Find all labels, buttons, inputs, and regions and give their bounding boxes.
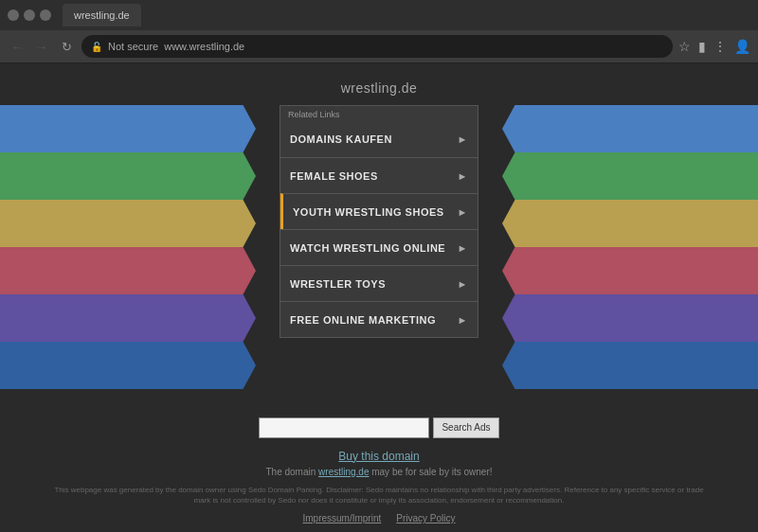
impressum-link[interactable]: Impressum/Imprint bbox=[302, 513, 381, 523]
ribbon-body bbox=[0, 247, 256, 294]
menu-arrow-icon: ► bbox=[458, 170, 468, 182]
lock-icon: 🔓 bbox=[91, 42, 102, 52]
footer-links: Impressum/Imprint Privacy Policy bbox=[302, 513, 455, 523]
ribbon-body bbox=[0, 342, 256, 389]
minimize-button[interactable] bbox=[24, 9, 35, 21]
tab-bar: wrestling.de bbox=[0, 0, 758, 30]
domain-text-suffix: may be for sale by its owner! bbox=[371, 467, 492, 477]
refresh-button[interactable]: ↻ bbox=[57, 37, 76, 56]
ribbon-body bbox=[502, 342, 758, 389]
ribbon-body bbox=[0, 105, 256, 152]
menu-item-youth-wrestling-shoes[interactable]: YOUTH WRESTLING SHOES ► bbox=[280, 193, 478, 229]
site-title: wrestling.de bbox=[341, 80, 418, 96]
ribbon-body bbox=[502, 152, 758, 200]
menu-item-wrestler-toys[interactable]: WRESTLER TOYS ► bbox=[280, 265, 478, 301]
extensions-icon[interactable]: ▮ bbox=[698, 39, 706, 54]
address-bar[interactable]: 🔓 Not secure www.wrestling.de bbox=[81, 35, 673, 58]
left-ribbon-6 bbox=[0, 342, 275, 389]
forward-button[interactable]: → bbox=[32, 37, 51, 56]
maximize-button[interactable] bbox=[40, 9, 51, 21]
nav-bar: ← → ↻ 🔓 Not secure www.wrestling.de ☆ ▮ … bbox=[0, 30, 758, 62]
menu-item-label: DOMAINS KAUFEN bbox=[290, 133, 392, 145]
menu-item-female-shoes[interactable]: FEMALE SHOES ► bbox=[280, 157, 478, 193]
nav-icons: ☆ ▮ ⋮ 👤 bbox=[678, 39, 750, 54]
active-tab[interactable]: wrestling.de bbox=[63, 4, 141, 27]
close-button[interactable] bbox=[8, 9, 19, 21]
menu-item-domains-kaufen[interactable]: DOMAINS KAUFEN ► bbox=[280, 121, 478, 157]
privacy-link[interactable]: Privacy Policy bbox=[396, 513, 455, 523]
related-label: Related Links bbox=[280, 106, 478, 121]
ribbon-body bbox=[0, 152, 256, 200]
left-ribbons bbox=[0, 105, 275, 389]
right-ribbon-4 bbox=[483, 247, 758, 294]
ribbon-body bbox=[0, 200, 256, 247]
menu-item-label: FREE ONLINE MARKETING bbox=[290, 314, 436, 326]
search-button[interactable]: Search Ads bbox=[433, 417, 498, 438]
star-icon[interactable]: ☆ bbox=[678, 39, 691, 54]
menu-item-label: WRESTLER TOYS bbox=[290, 278, 386, 290]
left-ribbon-5 bbox=[0, 294, 275, 342]
buy-domain-link[interactable]: Buy this domain bbox=[338, 450, 419, 463]
disclaimer-text: This webpage was generated by the domain… bbox=[47, 485, 711, 505]
center-menu: Related Links DOMAINS KAUFEN ► FEMALE SH… bbox=[280, 105, 478, 338]
right-ribbon-5 bbox=[483, 294, 758, 342]
menu-item-watch-wrestling-online[interactable]: WATCH WRESTLING ONLINE ► bbox=[280, 229, 478, 265]
back-button[interactable]: ← bbox=[8, 37, 27, 56]
right-ribbon-3 bbox=[483, 200, 758, 247]
window-controls bbox=[8, 9, 51, 21]
domain-text-prefix: The domain bbox=[265, 467, 316, 477]
left-ribbon-4 bbox=[0, 247, 275, 294]
ribbon-body bbox=[502, 294, 758, 342]
menu-item-label: YOUTH WRESTLING SHOES bbox=[293, 206, 444, 218]
right-ribbon-2 bbox=[483, 152, 758, 200]
browser-chrome: wrestling.de ← → ↻ 🔓 Not secure www.wres… bbox=[0, 0, 758, 63]
tab-title: wrestling.de bbox=[74, 9, 130, 21]
ribbon-body bbox=[0, 294, 256, 342]
menu-arrow-icon: ► bbox=[458, 242, 468, 254]
menu-icon[interactable]: ⋮ bbox=[713, 39, 727, 54]
right-ribbons bbox=[483, 105, 758, 389]
domain-sale-text: The domain wrestling.de may be for sale … bbox=[265, 467, 492, 477]
search-input[interactable] bbox=[259, 417, 429, 438]
profile-icon[interactable]: 👤 bbox=[734, 39, 750, 54]
security-label: Not secure bbox=[108, 41, 158, 52]
ribbon-body bbox=[502, 247, 758, 294]
left-ribbon-2 bbox=[0, 152, 275, 200]
right-ribbon-1 bbox=[483, 105, 758, 152]
bottom-area: Search Ads Buy this domain The domain wr… bbox=[0, 399, 758, 532]
search-row: Search Ads bbox=[259, 417, 498, 438]
domain-name-link[interactable]: wrestling.de bbox=[318, 467, 369, 477]
menu-arrow-icon: ► bbox=[458, 206, 468, 218]
page-content: wrestling.de bbox=[0, 63, 758, 532]
right-ribbon-6 bbox=[483, 342, 758, 389]
ribbon-body bbox=[502, 105, 758, 152]
menu-arrow-icon: ► bbox=[458, 314, 468, 326]
menu-item-free-online-marketing[interactable]: FREE ONLINE MARKETING ► bbox=[280, 301, 478, 337]
left-ribbon-1 bbox=[0, 105, 275, 152]
menu-arrow-icon: ► bbox=[458, 133, 468, 145]
left-ribbon-3 bbox=[0, 200, 275, 247]
address-url: www.wrestling.de bbox=[164, 41, 244, 52]
main-area: Related Links DOMAINS KAUFEN ► FEMALE SH… bbox=[0, 105, 758, 351]
menu-item-label: WATCH WRESTLING ONLINE bbox=[290, 242, 445, 254]
ribbon-body bbox=[502, 200, 758, 247]
menu-item-label: FEMALE SHOES bbox=[290, 170, 378, 182]
menu-arrow-icon: ► bbox=[458, 278, 468, 290]
